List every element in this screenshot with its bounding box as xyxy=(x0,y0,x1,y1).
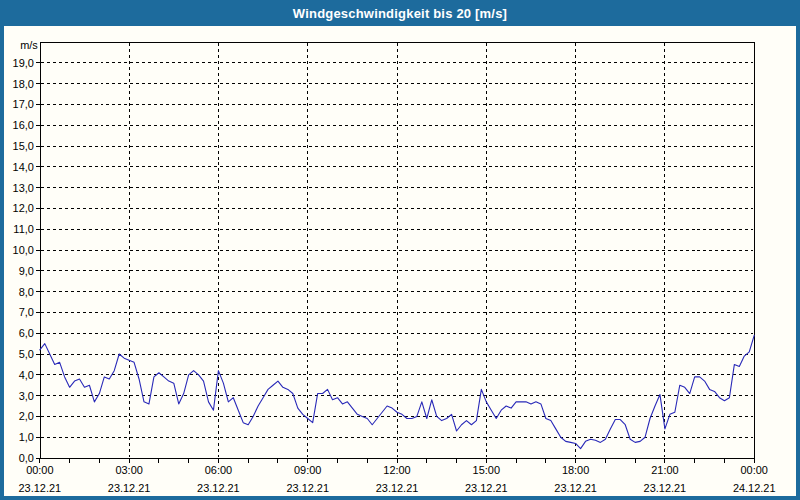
x-tick-time-label: 18:00 xyxy=(562,464,589,476)
x-tick-time-label: 03:00 xyxy=(115,464,142,476)
y-tick-label: 5,0 xyxy=(19,348,34,360)
window-title-bar: Windgeschwindigkeit bis 20 [m/s] xyxy=(0,0,800,26)
y-tick-label: 2,0 xyxy=(19,410,34,422)
y-tick-label: 6,0 xyxy=(19,327,34,339)
y-tick-label: 16,0 xyxy=(13,119,34,131)
y-tick-label: 11,0 xyxy=(13,223,33,235)
y-tick-label: 10,0 xyxy=(13,244,34,256)
y-tick-label: 18,0 xyxy=(13,78,34,90)
x-tick-time-label: 06:00 xyxy=(205,464,232,476)
y-tick-label: 3,0 xyxy=(19,390,34,402)
y-tick-label: 19,0 xyxy=(13,57,34,69)
wind-speed-chart: 0,01,02,03,04,05,06,07,08,09,010,011,012… xyxy=(4,26,796,496)
chart-content-area: 0,01,02,03,04,05,06,07,08,09,010,011,012… xyxy=(4,26,796,496)
y-tick-label: 1,0 xyxy=(19,431,34,443)
x-tick-time-label: 15:00 xyxy=(473,464,500,476)
y-axis-unit-label: m/s xyxy=(20,39,38,51)
chart-window: Windgeschwindigkeit bis 20 [m/s] 0,01,02… xyxy=(0,0,800,500)
x-tick-time-label: 21:00 xyxy=(651,464,678,476)
y-tick-label: 15,0 xyxy=(13,140,34,152)
x-tick-time-label: 12:00 xyxy=(383,464,410,476)
x-tick-date-label: 23.12.21 xyxy=(197,482,240,494)
x-tick-date-label: 23.12.21 xyxy=(19,482,62,494)
y-tick-label: 13,0 xyxy=(13,182,34,194)
x-tick-date-label: 23.12.21 xyxy=(376,482,419,494)
y-tick-label: 14,0 xyxy=(13,161,34,173)
window-title: Windgeschwindigkeit bis 20 [m/s] xyxy=(293,6,507,21)
x-tick-date-label: 23.12.21 xyxy=(108,482,151,494)
x-tick-date-label: 23.12.21 xyxy=(554,482,597,494)
x-tick-time-label: 00:00 xyxy=(26,464,53,476)
y-tick-label: 7,0 xyxy=(19,306,34,318)
x-tick-date-label: 24.12.21 xyxy=(733,482,776,494)
y-tick-label: 17,0 xyxy=(13,98,34,110)
y-tick-label: 8,0 xyxy=(19,286,34,298)
y-tick-label: 0,0 xyxy=(19,452,34,464)
y-tick-label: 12,0 xyxy=(13,202,34,214)
x-tick-date-label: 23.12.21 xyxy=(286,482,329,494)
x-tick-time-label: 00:00 xyxy=(741,464,768,476)
y-tick-label: 9,0 xyxy=(19,265,34,277)
x-tick-time-label: 09:00 xyxy=(294,464,321,476)
x-tick-date-label: 23.12.21 xyxy=(465,482,508,494)
x-tick-date-label: 23.12.21 xyxy=(644,482,687,494)
y-tick-label: 4,0 xyxy=(19,369,34,381)
